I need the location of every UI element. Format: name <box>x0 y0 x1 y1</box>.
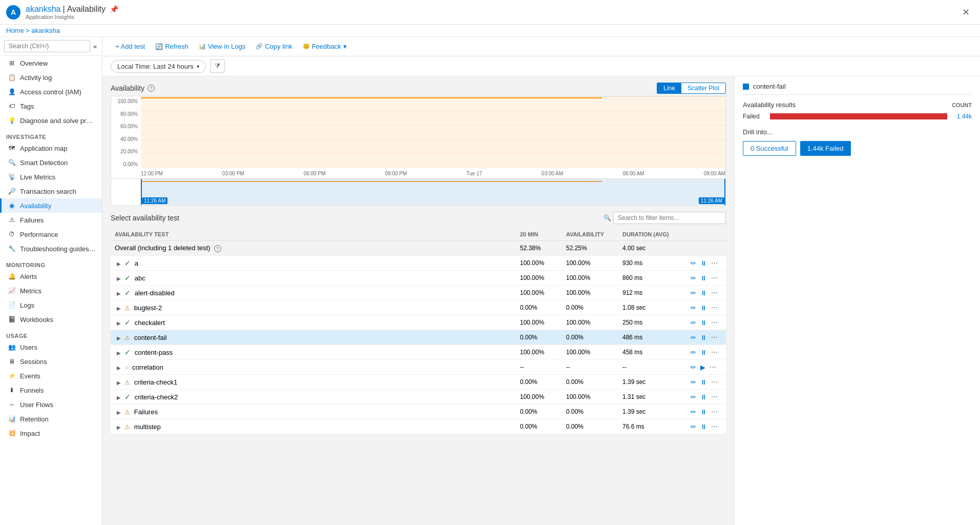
sidebar-item-application-map[interactable]: 🗺Application map <box>0 141 102 155</box>
row-pause-failures[interactable]: ⏸ <box>699 408 708 416</box>
sidebar-item-failures[interactable]: ⚠Failures <box>0 213 102 227</box>
sidebar-item-tags[interactable]: 🏷Tags <box>0 99 102 113</box>
sidebar-item-retention[interactable]: 📊Retention <box>0 412 102 426</box>
row-pause-bugtest-2[interactable]: ⏸ <box>699 304 708 312</box>
chart-brush[interactable]: 11:26 AM 11:26 AM <box>111 178 725 205</box>
time-filter-button[interactable]: Local Time: Last 24 hours ▾ <box>111 60 206 73</box>
refresh-button[interactable]: 🔄 Refresh <box>151 40 193 53</box>
table-row[interactable]: ▶ ⚠ Failures 0.00% 0.00% 1.39 sec ✏ <box>111 405 726 419</box>
sidebar-item-events[interactable]: ⚡Events <box>0 369 102 383</box>
row-play-correlation[interactable]: ▶ <box>699 363 707 372</box>
row-edit-correlation[interactable]: ✏ <box>689 363 698 372</box>
sidebar-item-overview[interactable]: ⊞Overview <box>0 56 102 70</box>
row-pause-content-pass[interactable]: ⏸ <box>699 348 708 357</box>
view-logs-button[interactable]: 📊 View in Logs <box>194 40 250 53</box>
sidebar-item-activity-log[interactable]: 📋Activity log <box>0 70 102 85</box>
table-row[interactable]: ▶ ⚠ multistep 0.00% 0.00% 76.6 ms ✏ <box>111 419 726 434</box>
row-more-multistep[interactable]: ··· <box>710 422 719 431</box>
row-pause-criteria-check2[interactable]: ⏸ <box>699 393 708 401</box>
row-more-correlation[interactable]: ··· <box>708 362 718 372</box>
row-expand-content-fail[interactable]: ▶ <box>115 335 123 341</box>
sidebar-item-impact[interactable]: 💥Impact <box>0 426 102 440</box>
row-more-criteria-check2[interactable]: ··· <box>710 392 719 401</box>
copy-link-button[interactable]: 🔗 Copy link <box>251 40 297 53</box>
row-expand-alert-disabled[interactable]: ▶ <box>115 291 123 296</box>
row-expand-criteria-check1[interactable]: ▶ <box>115 380 123 386</box>
row-edit-bugtest-2[interactable]: ✏ <box>689 304 698 312</box>
sidebar-item-transaction-search[interactable]: 🔎Transaction search <box>0 184 102 198</box>
sidebar-item-workbooks[interactable]: 📓Workbooks <box>0 312 102 327</box>
table-row[interactable]: ▶ ⚠ bugtest-2 0.00% 0.00% 1.08 sec ✏ <box>111 300 726 315</box>
add-test-button[interactable]: + Add test <box>111 40 150 53</box>
row-pause-criteria-check1[interactable]: ⏸ <box>699 378 708 387</box>
line-chart-button[interactable]: Line <box>657 83 681 93</box>
sidebar-item-smart-detection[interactable]: 🔍Smart Detection <box>0 155 102 170</box>
table-row[interactable]: ▶ ○ correlation -- -- -- ✏ <box>111 360 726 375</box>
sidebar-item-alerts[interactable]: 🔔Alerts <box>0 269 102 284</box>
row-edit-criteria-check1[interactable]: ✏ <box>689 378 698 387</box>
sidebar-item-users[interactable]: 👥Users <box>0 340 102 354</box>
close-button[interactable]: ✕ <box>958 5 974 20</box>
sidebar-item-sessions[interactable]: 🖥Sessions <box>0 354 102 369</box>
row-more-criteria-check1[interactable]: ··· <box>710 377 719 387</box>
scatter-plot-button[interactable]: Scatter Plot <box>681 83 725 93</box>
chart-info-icon[interactable]: ? <box>148 85 155 92</box>
row-edit-criteria-check2[interactable]: ✏ <box>689 393 698 401</box>
row-edit-content-pass[interactable]: ✏ <box>689 348 698 357</box>
row-edit-multistep[interactable]: ✏ <box>689 422 698 431</box>
row-more-abc[interactable]: ··· <box>710 273 719 282</box>
row-expand-failures[interactable]: ▶ <box>115 410 123 415</box>
row-more-content-fail[interactable]: ··· <box>710 333 719 342</box>
row-edit-abc[interactable]: ✏ <box>689 274 698 282</box>
col-20min[interactable]: 20 MIN <box>516 228 562 241</box>
row-expand-content-pass[interactable]: ▶ <box>115 350 123 356</box>
row-expand-criteria-check2[interactable]: ▶ <box>115 395 123 400</box>
overall-info-icon[interactable]: ? <box>214 245 221 252</box>
sidebar-item-logs[interactable]: 📄Logs <box>0 298 102 312</box>
sidebar-item-troubleshooting[interactable]: 🔧Troubleshooting guides (previ... <box>0 241 102 256</box>
sidebar-item-diagnose[interactable]: 💡Diagnose and solve problems <box>0 113 102 128</box>
table-search-input[interactable] <box>613 212 726 224</box>
sidebar-item-funnels[interactable]: ⬇Funnels <box>0 383 102 397</box>
row-more-checkalert[interactable]: ··· <box>710 318 719 327</box>
row-expand-abc[interactable]: ▶ <box>115 276 123 281</box>
row-more-a[interactable]: ··· <box>710 258 719 268</box>
successful-drill-button[interactable]: 0 Successful <box>743 141 796 156</box>
row-more-content-pass[interactable]: ··· <box>710 348 719 357</box>
sidebar-item-availability[interactable]: ◉Availability <box>0 198 102 213</box>
sidebar-item-performance[interactable]: ⏱Performance <box>0 227 102 241</box>
table-row-selected[interactable]: ▶ ⚠ content-fail 0.00% 0.00% 486 ms ✏ <box>111 330 726 345</box>
row-pause-checkalert[interactable]: ⏸ <box>699 318 708 327</box>
sidebar-item-metrics[interactable]: 📈Metrics <box>0 284 102 298</box>
table-row[interactable]: ▶ ✓ alert-disabled 100.00% 100.00% 912 m… <box>111 286 726 300</box>
row-more-bugtest-2[interactable]: ··· <box>710 303 719 312</box>
row-expand-correlation[interactable]: ▶ <box>115 365 123 371</box>
sidebar-item-access-control[interactable]: 👤Access control (IAM) <box>0 85 102 99</box>
sidebar-search-input[interactable] <box>4 40 90 52</box>
breadcrumb-home[interactable]: Home <box>6 27 24 34</box>
col-availability[interactable]: AVAILABILITY <box>562 228 618 241</box>
row-edit-a[interactable]: ✏ <box>689 259 698 268</box>
row-pause-a[interactable]: ⏸ <box>699 259 708 268</box>
row-expand-checkalert[interactable]: ▶ <box>115 320 123 326</box>
row-expand-multistep[interactable]: ▶ <box>115 425 123 430</box>
failed-drill-button[interactable]: 1.44k Failed <box>800 141 851 156</box>
row-pause-abc[interactable]: ⏸ <box>699 274 708 282</box>
breadcrumb-current[interactable]: akanksha <box>31 27 60 34</box>
pin-icon[interactable]: 📌 <box>110 5 118 13</box>
row-edit-content-fail[interactable]: ✏ <box>689 333 698 342</box>
row-expand-a[interactable]: ▶ <box>115 261 123 267</box>
row-expand-bugtest-2[interactable]: ▶ <box>115 306 123 311</box>
table-row[interactable]: ▶ ⚠ criteria-check1 0.00% 0.00% 1.39 sec… <box>111 375 726 390</box>
table-row[interactable]: ▶ ✓ checkalert 100.00% 100.00% 250 ms ✏ <box>111 315 726 330</box>
sidebar-item-user-flows[interactable]: ↔User Flows <box>0 397 102 412</box>
row-pause-multistep[interactable]: ⏸ <box>699 422 708 431</box>
row-edit-alert-disabled[interactable]: ✏ <box>689 289 698 297</box>
row-more-failures[interactable]: ··· <box>710 407 719 416</box>
filter-icon-button[interactable]: ⧩ <box>210 59 225 73</box>
brush-selection[interactable]: 11:26 AM 11:26 AM <box>141 179 725 205</box>
table-row[interactable]: ▶ ✓ a 100.00% 100.00% 930 ms ✏ <box>111 256 726 271</box>
row-edit-checkalert[interactable]: ✏ <box>689 318 698 327</box>
row-edit-failures[interactable]: ✏ <box>689 408 698 416</box>
row-pause-alert-disabled[interactable]: ⏸ <box>699 289 708 297</box>
